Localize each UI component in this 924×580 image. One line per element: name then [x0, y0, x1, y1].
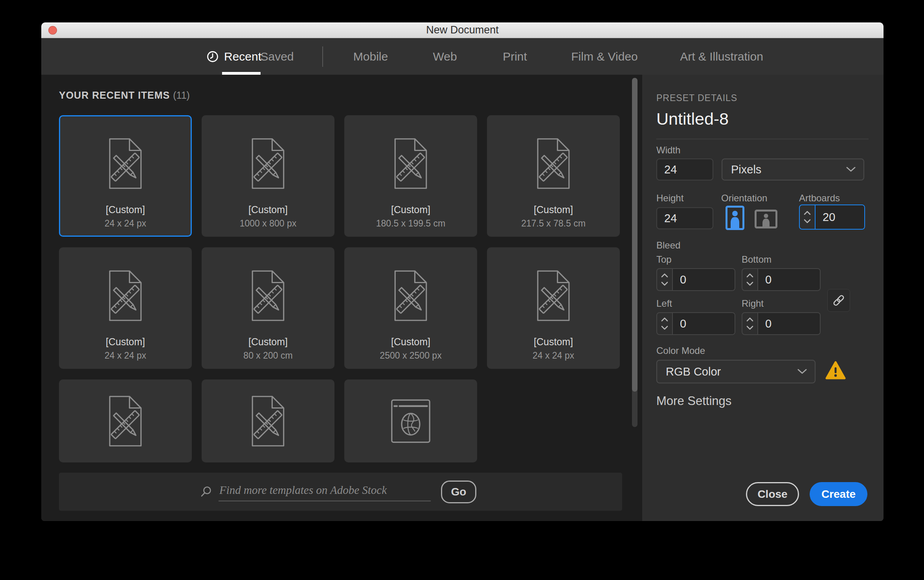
- search-icon: [200, 486, 212, 498]
- tab-label: Print: [503, 50, 527, 63]
- bleed-left-stepper: 0: [656, 312, 735, 335]
- clock-icon: [206, 50, 219, 63]
- chevron-down-icon: [746, 326, 753, 330]
- chevron-down-icon: [846, 167, 856, 172]
- width-input[interactable]: 24: [656, 158, 713, 180]
- card-title: [Custom]: [488, 336, 619, 348]
- scrollbar-thumb[interactable]: [632, 78, 637, 392]
- card-title: [Custom]: [488, 204, 619, 215]
- recent-card[interactable]: [202, 379, 334, 462]
- card-size: 2500 x 2500 px: [345, 350, 476, 361]
- bleed-top-input[interactable]: 0: [673, 269, 735, 290]
- tab-mobile[interactable]: Mobile: [353, 38, 388, 75]
- tab-label: Web: [433, 50, 457, 63]
- recent-card[interactable]: [Custom]2500 x 2500 px: [344, 247, 477, 369]
- bleed-top-stepper-buttons[interactable]: [657, 269, 673, 290]
- window-title: New Document: [426, 24, 499, 36]
- recent-card[interactable]: [344, 379, 477, 462]
- bleed-label: Bleed: [656, 240, 680, 251]
- bleed-right-input[interactable]: 0: [758, 313, 820, 334]
- height-label: Height: [656, 193, 683, 204]
- landscape-icon: [755, 210, 777, 228]
- color-mode-dropdown[interactable]: RGB Color: [656, 360, 816, 383]
- recent-card[interactable]: [Custom]24 x 24 px: [59, 247, 192, 369]
- document-template-icon: [105, 137, 146, 190]
- preset-details-heading: PRESET DETAILS: [656, 93, 737, 103]
- height-input[interactable]: 24: [656, 207, 713, 229]
- bleed-bottom-input[interactable]: 0: [758, 269, 820, 290]
- units-value: Pixels: [731, 163, 761, 176]
- card-size: 1000 x 800 px: [203, 218, 333, 229]
- tab-label: Saved: [260, 50, 294, 63]
- recent-card[interactable]: [Custom]217.5 x 78.5 cm: [487, 115, 620, 237]
- recent-items-heading: YOUR RECENT ITEMS(11): [59, 90, 190, 101]
- chevron-down-icon: [797, 369, 807, 374]
- bleed-link-values-button[interactable]: [827, 289, 850, 312]
- chevron-up-icon: [804, 211, 811, 215]
- orientation-landscape-button[interactable]: [754, 209, 778, 229]
- go-button[interactable]: Go: [441, 481, 476, 503]
- title-bar: New Document: [41, 22, 884, 38]
- document-template-icon: [105, 269, 146, 322]
- bleed-left-input[interactable]: 0: [673, 313, 735, 334]
- tab-saved[interactable]: Saved: [260, 38, 294, 75]
- artboards-stepper: 20: [799, 204, 865, 230]
- close-button[interactable]: Close: [746, 482, 799, 506]
- chevron-up-icon: [746, 317, 753, 322]
- create-button[interactable]: Create: [810, 482, 867, 506]
- card-title: [Custom]: [60, 204, 191, 215]
- document-template-icon: [390, 269, 432, 322]
- tab-film-video[interactable]: Film & Video: [571, 38, 638, 75]
- recent-card[interactable]: [59, 379, 192, 462]
- chevron-up-icon: [661, 273, 668, 278]
- card-size: 24 x 24 px: [60, 218, 191, 229]
- bleed-right-stepper-buttons[interactable]: [742, 313, 758, 334]
- recent-card[interactable]: [Custom]1000 x 800 px: [202, 115, 334, 237]
- tab-art-illustration[interactable]: Art & Illustration: [680, 38, 763, 75]
- recent-items-heading-text: YOUR RECENT ITEMS: [59, 90, 170, 101]
- card-size: 24 x 24 px: [60, 350, 191, 361]
- chevron-down-icon: [661, 282, 668, 286]
- chevron-down-icon: [661, 326, 668, 330]
- card-title: [Custom]: [345, 204, 476, 215]
- recent-card-selected[interactable]: [Custom]24 x 24 px: [59, 115, 192, 237]
- artboards-stepper-buttons[interactable]: [800, 205, 816, 229]
- card-size: 180.5 x 199.5 cm: [345, 218, 476, 229]
- bleed-bottom-stepper-buttons[interactable]: [742, 269, 758, 290]
- chevron-up-icon: [746, 273, 753, 278]
- link-icon: [832, 293, 846, 307]
- stock-search-input[interactable]: [219, 482, 431, 501]
- tab-label: Mobile: [353, 50, 388, 63]
- color-mode-value: RGB Color: [666, 365, 721, 378]
- document-template-icon: [247, 269, 289, 322]
- adobe-stock-search-bar: Go: [59, 473, 622, 511]
- card-title: [Custom]: [345, 336, 476, 348]
- recent-cards-grid: [Custom]24 x 24 px[Custom]1000 x 800 px[…: [59, 115, 620, 462]
- bleed-left-stepper-buttons[interactable]: [657, 313, 673, 334]
- window-close-button[interactable]: [48, 26, 57, 35]
- more-settings-link[interactable]: More Settings: [656, 394, 731, 408]
- bleed-top-label: Top: [656, 254, 672, 265]
- recent-card[interactable]: [Custom]180.5 x 199.5 cm: [344, 115, 477, 237]
- artboards-label: Artboards: [799, 193, 840, 204]
- tab-recent[interactable]: Recent: [206, 38, 261, 75]
- width-label: Width: [656, 145, 680, 156]
- scrollbar-track[interactable]: [632, 78, 637, 427]
- portrait-icon: [726, 206, 744, 230]
- artboards-input[interactable]: 20: [816, 205, 864, 229]
- document-template-icon: [105, 394, 146, 448]
- tab-web[interactable]: Web: [433, 38, 457, 75]
- bleed-bottom-stepper: 0: [742, 268, 821, 291]
- web-template-icon: [389, 398, 432, 444]
- units-dropdown[interactable]: Pixels: [722, 158, 864, 180]
- document-name-field[interactable]: Untitled-8: [656, 109, 729, 129]
- card-size: 217.5 x 78.5 cm: [488, 218, 619, 229]
- tab-label: Art & Illustration: [680, 50, 763, 63]
- chevron-down-icon: [746, 282, 753, 286]
- document-template-icon: [247, 137, 289, 190]
- orientation-portrait-button[interactable]: [725, 205, 745, 230]
- recent-card[interactable]: [Custom]80 x 200 cm: [202, 247, 334, 369]
- tab-print[interactable]: Print: [503, 38, 527, 75]
- recent-card[interactable]: [Custom]24 x 24 px: [487, 247, 620, 369]
- tab-divider: [322, 46, 323, 67]
